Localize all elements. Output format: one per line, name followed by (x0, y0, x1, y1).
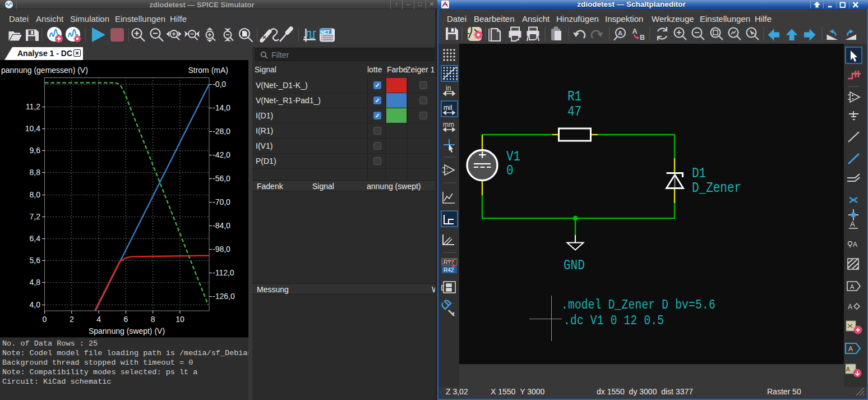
svg-text:A: A (846, 366, 850, 373)
svg-text:6,4: 6,4 (30, 234, 41, 243)
svg-text:in: in (446, 84, 451, 92)
svg-text:8: 8 (151, 315, 155, 324)
svg-text:10,4: 10,4 (25, 124, 40, 133)
svg-text:D_Zener: D_Zener (692, 180, 741, 196)
svg-text:2: 2 (70, 315, 74, 324)
svg-text:A: A (853, 241, 857, 249)
svg-text:mil: mil (444, 104, 452, 112)
svg-text:-0,0: -0,0 (213, 80, 226, 89)
svg-text:pannung (gemessen) (V): pannung (gemessen) (V) (1, 66, 88, 75)
svg-text:8,8: 8,8 (30, 168, 41, 177)
svg-text:-84,0: -84,0 (213, 221, 230, 230)
svg-text:-126,0: -126,0 (213, 292, 235, 301)
svg-text:4,0: 4,0 (30, 300, 41, 309)
svg-text:.model D_Zener D bv=5.6: .model D_Zener D bv=5.6 (561, 297, 715, 312)
svg-text:5,6: 5,6 (30, 256, 41, 265)
svg-text:R42: R42 (444, 267, 454, 273)
svg-text:NET: NET (320, 29, 330, 35)
svg-text:B: B (640, 34, 645, 42)
svg-text:A: A (850, 283, 855, 290)
svg-text:A: A (848, 345, 853, 353)
svg-text:-70,0: -70,0 (213, 197, 230, 206)
svg-text:0: 0 (506, 163, 514, 178)
svg-text:D1: D1 (692, 165, 706, 181)
svg-text:11,2: 11,2 (26, 102, 40, 111)
svg-text:-56,0: -56,0 (213, 174, 230, 183)
svg-text:A: A (632, 27, 638, 35)
svg-text:-28,0: -28,0 (213, 127, 230, 136)
svg-text:A: A (850, 220, 855, 228)
svg-text:8,0: 8,0 (30, 190, 41, 199)
svg-text:10: 10 (176, 315, 184, 324)
svg-text:0: 0 (43, 315, 47, 324)
svg-text:4: 4 (96, 315, 101, 324)
svg-text:Strom (mA): Strom (mA) (188, 66, 228, 75)
svg-text:.dc V1 0 12 0.5: .dc V1 0 12 0.5 (564, 313, 664, 328)
svg-text:mm: mm (443, 121, 454, 128)
svg-text:-42,0: -42,0 (213, 150, 230, 159)
svg-text:9,6: 9,6 (30, 146, 41, 155)
svg-text:R1: R1 (567, 89, 581, 104)
svg-text:A: A (618, 30, 622, 36)
svg-text:-98,0: -98,0 (213, 245, 230, 254)
svg-text:-112,0: -112,0 (213, 268, 234, 277)
svg-text:47: 47 (567, 104, 581, 119)
svg-text:4,8: 4,8 (30, 278, 41, 287)
svg-text:Spannung (swept) (V): Spannung (swept) (V) (89, 327, 165, 335)
svg-text:6: 6 (124, 315, 128, 324)
svg-text:GND: GND (564, 257, 585, 274)
svg-text:7,2: 7,2 (30, 212, 41, 221)
svg-text:-14,0: -14,0 (213, 103, 230, 112)
svg-text:A: A (848, 303, 852, 311)
